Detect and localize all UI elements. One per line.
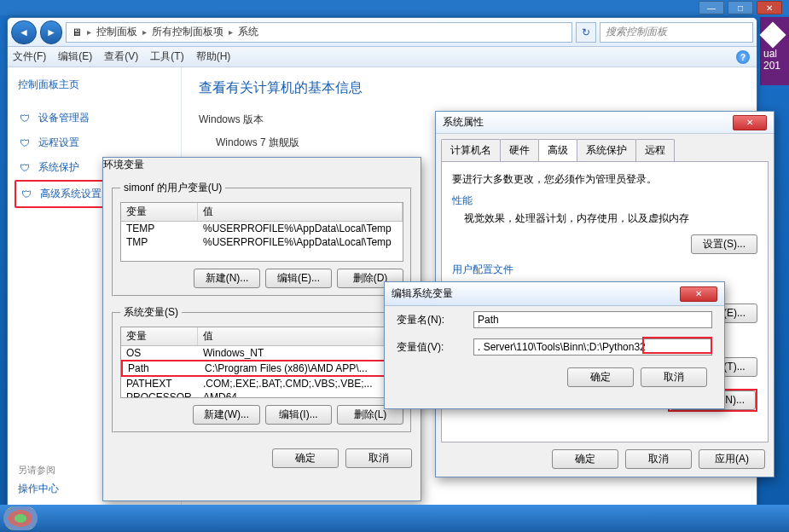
shield-icon: 🛡: [18, 161, 32, 175]
crumb-mid[interactable]: 所有控制面板项: [152, 25, 223, 39]
editvar-titlebar[interactable]: 编辑系统变量 ✕: [385, 282, 724, 306]
col-var[interactable]: 变量: [121, 327, 198, 345]
shield-icon: 🛡: [18, 136, 32, 150]
sysprops-ok-button[interactable]: 确定: [552, 449, 618, 469]
profile-label: 用户配置文件: [452, 263, 757, 277]
maximize-button[interactable]: □: [728, 1, 753, 14]
list-item: TMP%USERPROFILE%\AppData\Local\Temp: [121, 235, 403, 249]
address-bar: ◄ ► 🖥 ▸ 控制面板 ▸ 所有控制面板项 ▸ 系统 ↻ 搜索控制面板: [8, 18, 757, 47]
user-vars-legend: simonf 的用户变量(U): [120, 181, 225, 195]
desktop-titlebar: — □ ✕: [0, 0, 789, 15]
varvalue-label: 变量值(V):: [397, 340, 465, 355]
system-vars-legend: 系统变量(S): [120, 305, 182, 320]
close-icon[interactable]: ✕: [680, 286, 717, 302]
system-vars-group: 系统变量(S) 变量值 OSWindows_NT PathC:\Program …: [112, 305, 412, 433]
edit-variable-dialog: 编辑系统变量 ✕ 变量名(N): 变量值(V): 确定 取消: [384, 281, 725, 409]
list-item: PROCESSOR_AR...AMD64: [121, 390, 403, 398]
sys-new-button[interactable]: 新建(W)...: [193, 405, 260, 425]
system-vars-list[interactable]: 变量值 OSWindows_NT PathC:\Program Files (x…: [120, 327, 403, 398]
list-item: PATHEXT.COM;.EXE;.BAT;.CMD;.VBS;.VBE;...: [121, 377, 403, 390]
user-vars-group: simonf 的用户变量(U) 变量值 TEMP%USERPROFILE%\Ap…: [112, 181, 412, 297]
sys-edit-button[interactable]: 编辑(I)...: [265, 405, 332, 425]
perf-label: 性能: [452, 194, 757, 208]
menu-help[interactable]: 帮助(H): [196, 49, 231, 64]
refresh-button[interactable]: ↻: [576, 22, 596, 43]
menu-view[interactable]: 查看(V): [104, 49, 138, 64]
close-icon[interactable]: ✕: [733, 115, 767, 130]
tab-advanced[interactable]: 高级: [538, 139, 577, 161]
start-button[interactable]: [3, 506, 38, 530]
breadcrumb[interactable]: 🖥 ▸ 控制面板 ▸ 所有控制面板项 ▸ 系统: [66, 22, 572, 43]
envvars-titlebar[interactable]: 环境变量: [103, 158, 421, 172]
tab-computer-name[interactable]: 计算机名: [441, 139, 501, 161]
vs-text1: ual: [763, 48, 786, 60]
menu-bar: 文件(F) 编辑(E) 查看(V) 工具(T) 帮助(H) ?: [8, 47, 757, 67]
tab-remote[interactable]: 远程: [635, 139, 675, 161]
perf-desc: 视觉效果，处理器计划，内存使用，以及虚拟内存: [452, 211, 757, 226]
tab-strip: 计算机名 硬件 高级 系统保护 远程: [436, 134, 774, 161]
list-item: TEMP%USERPROFILE%\AppData\Local\Temp: [121, 222, 403, 235]
admin-note: 要进行大多数更改，您必须作为管理员登录。: [452, 172, 757, 187]
col-val[interactable]: 值: [198, 327, 403, 345]
vs-logo-icon: [759, 21, 786, 48]
shield-icon: 🛡: [18, 112, 32, 125]
taskbar[interactable]: [0, 505, 789, 532]
help-icon[interactable]: ?: [736, 50, 750, 64]
sidebar-device-manager[interactable]: 🛡设备管理器: [15, 106, 174, 130]
menu-tools[interactable]: 工具(T): [150, 49, 183, 64]
envvars-title: 环境变量: [103, 159, 144, 171]
vs-text2: 201: [763, 60, 786, 72]
list-item-path: PathC:\Program Files (x86)\AMD APP\...: [121, 360, 403, 377]
sysprops-titlebar[interactable]: 系统属性 ✕: [436, 112, 774, 134]
crumb-root[interactable]: 控制面板: [96, 25, 137, 39]
menu-file[interactable]: 文件(F): [13, 49, 46, 64]
close-button[interactable]: ✕: [757, 1, 782, 14]
user-new-button[interactable]: 新建(N)...: [194, 269, 260, 288]
varvalue-input[interactable]: [473, 338, 712, 356]
user-vars-list[interactable]: 变量值 TEMP%USERPROFILE%\AppData\Local\Temp…: [120, 202, 403, 262]
env-vars-dialog: 环境变量 simonf 的用户变量(U) 变量值 TEMP%USERPROFIL…: [102, 157, 421, 501]
shield-icon: 🛡: [20, 188, 33, 201]
tab-hardware[interactable]: 硬件: [500, 139, 539, 161]
forward-button[interactable]: ►: [40, 20, 62, 44]
col-val[interactable]: 值: [198, 203, 403, 221]
search-placeholder: 搜索控制面板: [606, 25, 667, 39]
user-edit-button[interactable]: 编辑(E)...: [265, 269, 332, 288]
envvars-cancel-button[interactable]: 取消: [345, 448, 412, 468]
col-var[interactable]: 变量: [121, 203, 198, 221]
page-title: 查看有关计算机的基本信息: [199, 79, 740, 97]
editvar-cancel-button[interactable]: 取消: [641, 367, 707, 387]
computer-icon: 🖥: [72, 26, 82, 38]
varname-input[interactable]: [473, 311, 712, 328]
editvar-title: 编辑系统变量: [392, 286, 453, 301]
perf-settings-button[interactable]: 设置(S)...: [691, 234, 757, 254]
varname-label: 变量名(N):: [397, 313, 465, 327]
sysprops-cancel-button[interactable]: 取消: [625, 449, 692, 469]
sysprops-title: 系统属性: [443, 115, 484, 130]
sysprops-apply-button[interactable]: 应用(A): [699, 449, 765, 469]
back-button[interactable]: ◄: [11, 20, 37, 44]
minimize-button[interactable]: —: [699, 1, 724, 14]
tab-protection[interactable]: 系统保护: [577, 139, 636, 161]
menu-edit[interactable]: 编辑(E): [58, 49, 92, 64]
vs-sidebar: ual 201: [760, 17, 789, 85]
crumb-leaf[interactable]: 系统: [238, 25, 258, 39]
search-input[interactable]: 搜索控制面板: [600, 22, 753, 43]
sidebar-title[interactable]: 控制面板主页: [15, 78, 174, 92]
sidebar-remote[interactable]: 🛡远程设置: [15, 130, 174, 155]
list-item: OSWindows_NT: [121, 346, 403, 360]
envvars-ok-button[interactable]: 确定: [272, 448, 339, 468]
editvar-ok-button[interactable]: 确定: [567, 367, 634, 387]
